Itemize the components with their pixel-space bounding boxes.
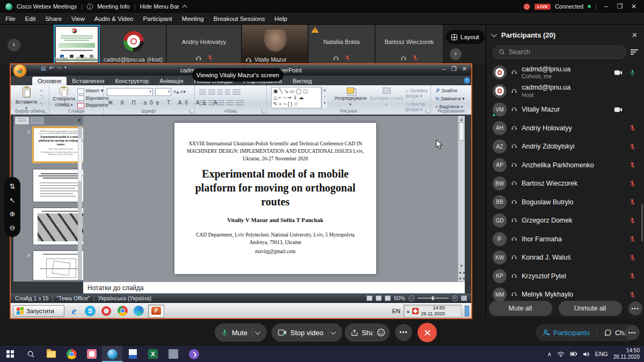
new-slide-button[interactable]: Створити слайд ▾ <box>52 87 76 108</box>
replace-button[interactable]: ⇆ Замінити ▾ <box>435 96 465 101</box>
participants-more-button[interactable]: ••• <box>628 301 642 315</box>
file-explorer-icon[interactable] <box>41 346 61 362</box>
mute-button[interactable]: Mute <box>215 323 267 342</box>
keyboard-language[interactable]: EN <box>392 308 400 314</box>
battery-icon[interactable] <box>570 351 577 357</box>
stop-video-button[interactable]: Stop video <box>272 323 342 342</box>
menu-item-edit[interactable]: Edit <box>25 16 36 22</box>
slide-scrollbar[interactable]: ▲ ▼ ▲▲ ▼▼ <box>458 116 465 282</box>
opera-icon[interactable] <box>100 305 113 317</box>
menu-item-meeting[interactable]: Meeting <box>182 16 204 22</box>
speaker-icon[interactable] <box>583 351 590 357</box>
notes-pane[interactable]: Нотатки до слайда <box>83 282 465 293</box>
tray-expand-chevron[interactable]: ∧ <box>547 351 552 358</box>
edge-icon[interactable] <box>132 305 145 317</box>
outline-tab[interactable] <box>30 117 44 124</box>
shapes-scrollbar[interactable]: ▲▪▼ <box>321 87 327 108</box>
participant-row-krzysztof-pytel-11[interactable]: KPKrzysztof Pytel <box>486 267 644 286</box>
excel-icon[interactable]: X <box>143 346 163 362</box>
participants-search-input[interactable]: Search <box>493 46 626 59</box>
thumbnail-scrollbar[interactable] <box>78 127 82 280</box>
annotate-arrows-icon[interactable]: ⇅ <box>10 182 16 190</box>
grow-shrink-font-buttons[interactable]: A▴ A▾ <box>173 89 186 94</box>
slides-tab[interactable] <box>15 117 29 124</box>
video-options-chevron[interactable] <box>331 329 336 335</box>
taskbar-clock[interactable]: 14:5026.11.2020 <box>613 348 640 361</box>
video-tile-wieczorek[interactable]: Bartosz Wieczorek <box>376 25 443 64</box>
start-button[interactable]: Запустити <box>13 305 64 317</box>
font-name-dropdown[interactable] <box>107 88 153 96</box>
leave-meeting-button[interactable] <box>418 323 437 342</box>
close-panel-button[interactable]: ✕ <box>632 31 638 39</box>
ppt-tab-[interactable]: Основне <box>32 77 67 85</box>
menu-item-breakout-sessions[interactable]: Breakout Sessions <box>214 16 265 22</box>
ppt-restore-button[interactable]: ❐ <box>451 65 457 72</box>
ppt-tab-[interactable]: Конструктор <box>109 77 154 85</box>
participant-row-cadmd-lpnu-ua-1[interactable]: cadmd@lpnu.uaHost <box>486 82 644 101</box>
filmstrip-scroll-right-button[interactable]: › <box>450 48 462 60</box>
ppt-tab-[interactable]: Вставлення <box>67 77 109 85</box>
participant-row-cadmd-lpnu-ua-0[interactable]: cadmd@lpnu.uaCohost, me <box>486 63 644 82</box>
sort-icon[interactable] <box>631 49 638 55</box>
webex-taskbar-icon[interactable] <box>102 346 122 362</box>
menu-item-participant[interactable]: Participant <box>143 16 172 22</box>
participant-row-konrad-j-walu-10[interactable]: KWKonrad J. Waluś <box>486 248 644 267</box>
shapes-gallery[interactable]: ▣ ╲ ↘ ▭ ◯ ▢△ ⌐ ¬ ⇒ ⇓ ☁✎ ≈ ~ { } ☆ <box>271 87 321 108</box>
menu-item-share[interactable]: Share <box>45 16 62 22</box>
mute-all-button[interactable]: Mute all <box>489 301 552 316</box>
chrome-icon[interactable] <box>116 305 129 317</box>
ppt-tab-[interactable]: Вигляд <box>287 77 317 85</box>
participant-row-grzegorz-domek-8[interactable]: GDGrzegorz Domek <box>486 211 644 230</box>
zoom-out-button[interactable]: – <box>408 295 414 301</box>
zoom-in-icon[interactable]: ⊕ <box>10 210 16 218</box>
video-tile-cohost[interactable]: cadm... (Cohost...) <box>54 25 100 64</box>
participant-row-andriy-holovatyy-3[interactable]: AHAndriy Holovatyy <box>486 119 644 138</box>
office-button[interactable] <box>13 64 27 78</box>
zoom-out-icon[interactable]: ⊖ <box>10 224 16 232</box>
unmute-all-button[interactable]: Unmute all <box>559 301 622 316</box>
participant-row-bartosz-wieczorek-6[interactable]: BWBartosz Wieczorek <box>486 174 644 193</box>
menu-item-help[interactable]: Help <box>275 16 288 22</box>
video-tile-mazur[interactable]: Vitaliy Mazur <box>242 25 308 64</box>
mute-options-chevron[interactable] <box>255 329 260 335</box>
participants-scrollbar[interactable] <box>641 204 643 241</box>
language-status[interactable]: Українська (Україна) <box>98 295 151 301</box>
clipboard-mini-buttons[interactable]: ✂❐✎ <box>40 88 43 106</box>
participant-row-anzhelika-parkhomenko-5[interactable]: APAnzhelika Parkhomenko <box>486 156 644 175</box>
participant-row-andriy-zdobytskyi-4[interactable]: AZAndriy Zdobytskyi <box>486 137 644 156</box>
skype-icon[interactable]: S <box>84 305 97 317</box>
close-pane-icon[interactable]: ✕ <box>77 117 82 124</box>
record-icon[interactable] <box>523 3 530 10</box>
menu-item-audio-video[interactable]: Audio & Video <box>94 16 134 22</box>
hide-menu-bar-button[interactable]: Hide Menu Bar <box>140 3 179 10</box>
menu-item-view[interactable]: View <box>71 16 85 22</box>
taskbar-search-button[interactable] <box>20 346 41 362</box>
maximize-button[interactable]: ❐ <box>615 3 625 10</box>
blue-document-app-icon[interactable] <box>122 346 143 362</box>
shape-fill-button[interactable]: ▱ Заливка фігури ▾ <box>405 88 430 99</box>
list-indent-buttons[interactable] <box>199 88 243 98</box>
minimize-button[interactable]: – <box>601 3 611 10</box>
ppt-minimize-button[interactable]: – <box>443 65 446 72</box>
video-tile-holovatyy[interactable]: Andriy Holovatyy <box>167 25 241 64</box>
participant-row-vitaliy-mazur-2[interactable]: VMVitaliy Mazur <box>486 100 644 119</box>
pink-app-icon[interactable] <box>82 346 102 362</box>
show-desktop-button[interactable] <box>465 306 469 316</box>
next-slide-button[interactable]: ▼▼ <box>458 277 465 280</box>
find-button[interactable]: 🔎︎ Знайти <box>435 88 465 93</box>
dialog-launcher-icon[interactable] <box>44 109 48 113</box>
previous-slide-button[interactable]: ▲▲ <box>458 270 465 274</box>
quick-styles-button[interactable]: Експрес-стилі▾ <box>370 87 403 107</box>
close-button[interactable]: ✕ <box>629 3 639 10</box>
more-options-button[interactable]: ••• <box>395 324 412 341</box>
ie-icon[interactable]: e <box>68 305 80 317</box>
ppt-close-button[interactable]: ✕ <box>462 65 467 72</box>
participant-row-ihor-farmaha-9[interactable]: IFIhor Farmaha <box>486 230 644 249</box>
tray-app-icon[interactable] <box>412 308 419 314</box>
zoom-in-button[interactable]: + <box>452 295 458 301</box>
zoom-slider[interactable] <box>418 298 449 299</box>
ppt-tab-[interactable]: Анімація <box>154 77 188 85</box>
dialog-launcher-icon[interactable] <box>426 109 429 113</box>
wifi-icon[interactable] <box>557 351 565 357</box>
font-size-dropdown[interactable] <box>155 88 171 96</box>
